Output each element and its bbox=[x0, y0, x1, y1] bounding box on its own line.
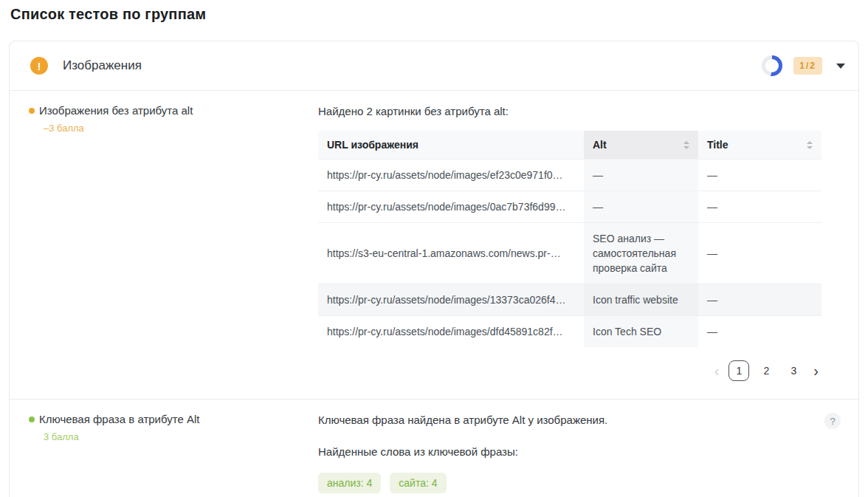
table-row: https://pr-cy.ru/assets/node/images/0ac7… bbox=[318, 191, 822, 223]
keywords-label: Найденные слова из ключевой фразы: bbox=[318, 445, 841, 458]
page-title: Список тестов по группам bbox=[10, 6, 206, 23]
test-result: Ключевая фраза найдена в атрибуте Alt у … bbox=[318, 413, 841, 493]
alt-cell: SEO анализ — самостоятельная проверка са… bbox=[584, 223, 698, 284]
keyword-badge: сайта: 4 bbox=[390, 473, 446, 493]
images-table: URL изображения Alt Title bbox=[318, 131, 822, 347]
group-title: Изображения bbox=[63, 58, 142, 73]
test-row-keyword-in-alt: Ключевая фраза в атрибуте Alt 3 балла Кл… bbox=[10, 400, 858, 497]
pagination-prev-icon[interactable]: ‹ bbox=[712, 363, 723, 378]
alt-cell: — bbox=[584, 160, 698, 191]
test-name: Ключевая фраза в атрибуте Alt bbox=[39, 413, 199, 425]
result-text: Ключевая фраза найдена в атрибуте Alt у … bbox=[318, 413, 607, 428]
url-cell: https://pr-cy.ru/assets/node/images/0ac7… bbox=[318, 191, 584, 223]
table-header: URL изображения Alt Title bbox=[318, 131, 822, 160]
test-row-images-without-alt: Изображения без атрибута alt –3 балла На… bbox=[10, 91, 858, 399]
test-group-card: ! Изображения 1/2 Изображения без атрибу… bbox=[9, 41, 859, 497]
group-header[interactable]: ! Изображения 1/2 bbox=[10, 41, 858, 90]
alt-cell: — bbox=[584, 191, 698, 223]
progress-ring-icon bbox=[762, 55, 782, 76]
results-table-body: https://pr-cy.ru/assets/node/images/ef23… bbox=[318, 160, 822, 348]
test-name: Изображения без атрибута alt bbox=[39, 104, 193, 117]
help-icon[interactable]: ? bbox=[824, 413, 841, 429]
keyword-badges: анализ: 4сайта: 4 bbox=[318, 473, 841, 493]
alt-cell: Icon traffic website bbox=[584, 284, 698, 316]
table-row: https://pr-cy.ru/assets/node/images/dfd4… bbox=[318, 316, 822, 348]
test-info: Ключевая фраза в атрибуте Alt 3 балла bbox=[29, 413, 318, 493]
keyword-badge: анализ: 4 bbox=[318, 473, 381, 493]
group-header-right: 1/2 bbox=[762, 55, 845, 76]
page: Список тестов по группам ! Изображения 1… bbox=[0, 0, 868, 497]
url-cell: https://pr-cy.ru/assets/node/images/dfd4… bbox=[318, 316, 584, 348]
url-cell: https://pr-cy.ru/assets/node/images/ef23… bbox=[318, 160, 584, 191]
table-row: https://s3-eu-central-1.amazonaws.com/ne… bbox=[318, 223, 822, 284]
column-header-alt[interactable]: Alt bbox=[584, 131, 698, 160]
alt-cell: Icon Tech SEO bbox=[584, 316, 698, 348]
warning-icon: ! bbox=[30, 57, 48, 75]
title-cell: — bbox=[698, 284, 822, 316]
url-cell: https://pr-cy.ru/assets/node/images/1337… bbox=[318, 284, 584, 316]
table-row: https://pr-cy.ru/assets/node/images/ef23… bbox=[318, 160, 822, 191]
status-dot-warning bbox=[29, 108, 35, 114]
pagination-next-icon[interactable]: › bbox=[810, 363, 822, 378]
pagination-pages: 123 bbox=[728, 360, 804, 381]
table-row: https://pr-cy.ru/assets/node/images/1337… bbox=[318, 284, 822, 316]
sort-icon[interactable] bbox=[683, 141, 689, 149]
sort-icon[interactable] bbox=[807, 141, 813, 149]
progress-badge: 1/2 bbox=[793, 57, 822, 75]
test-score: –3 балла bbox=[44, 123, 303, 134]
chevron-down-icon[interactable] bbox=[836, 64, 845, 69]
result-text: Найдено 2 картинки без атрибута alt: bbox=[318, 104, 841, 119]
test-info: Изображения без атрибута alt –3 балла bbox=[29, 104, 318, 381]
pagination: ‹ 123 › bbox=[318, 360, 822, 381]
title-cell: — bbox=[698, 223, 822, 284]
test-score: 3 балла bbox=[44, 431, 303, 442]
column-header-url: URL изображения bbox=[318, 131, 584, 160]
status-dot-success bbox=[29, 417, 35, 422]
title-cell: — bbox=[698, 191, 822, 223]
title-cell: — bbox=[698, 316, 822, 348]
test-result: Найдено 2 картинки без атрибута alt: URL… bbox=[318, 104, 841, 381]
title-cell: — bbox=[698, 160, 822, 191]
pagination-page-2[interactable]: 2 bbox=[756, 360, 776, 381]
url-cell: https://s3-eu-central-1.amazonaws.com/ne… bbox=[318, 223, 584, 284]
pagination-page-3[interactable]: 3 bbox=[783, 360, 804, 381]
pagination-page-1[interactable]: 1 bbox=[728, 360, 749, 381]
column-header-title[interactable]: Title bbox=[698, 131, 822, 160]
